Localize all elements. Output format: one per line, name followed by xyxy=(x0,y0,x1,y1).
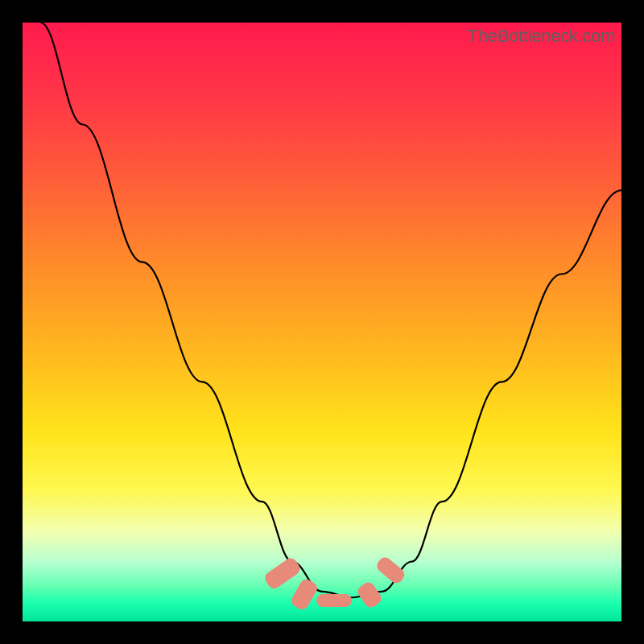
trough-marker xyxy=(263,556,303,592)
trough-marker xyxy=(316,594,353,607)
trough-marker xyxy=(374,555,407,586)
watermark-text: TheBottleneck.com xyxy=(468,26,615,47)
curve-markers xyxy=(23,23,621,621)
trough-marker xyxy=(356,580,384,609)
trough-marker xyxy=(289,577,320,612)
